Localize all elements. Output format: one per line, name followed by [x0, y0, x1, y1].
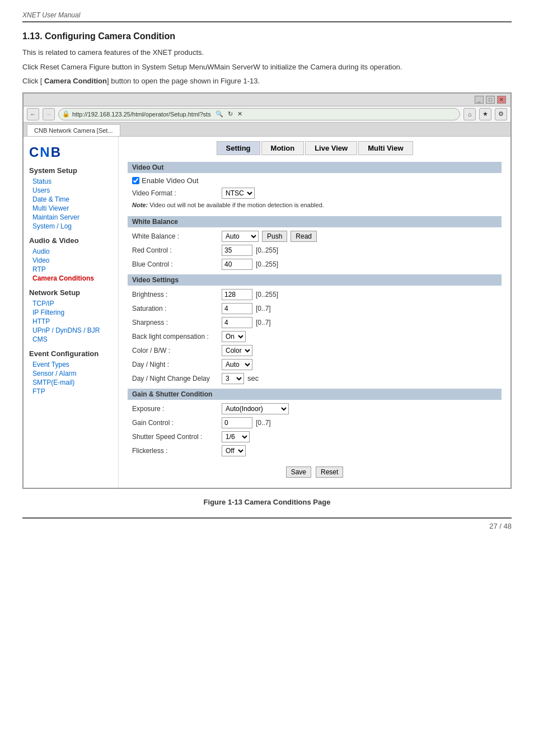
- backlight-row: Back light compensation : On Off: [128, 331, 502, 342]
- day-night-delay-control: 3 5 10 sec: [222, 373, 259, 384]
- home-icon[interactable]: ⌂: [463, 108, 476, 120]
- sidebar-item-rtp[interactable]: RTP: [29, 265, 113, 274]
- red-control-input[interactable]: [222, 245, 252, 256]
- tab-multi-view[interactable]: Multi View: [358, 141, 413, 155]
- search-icon: 🔍: [216, 110, 223, 118]
- sidebar-item-ip-filtering[interactable]: IP Filtering: [29, 308, 113, 317]
- saturation-row: Saturation : [0..7]: [128, 303, 502, 314]
- sharpness-input[interactable]: [222, 317, 252, 328]
- sidebar-item-maintain-server[interactable]: Maintain Server: [29, 213, 113, 222]
- section-white-balance: White Balance White Balance : Auto Manua…: [128, 216, 502, 270]
- red-control-label: Red Control :: [132, 246, 222, 254]
- sidebar-item-tcp-ip[interactable]: TCP/IP: [29, 299, 113, 308]
- enable-video-out-checkbox[interactable]: [132, 177, 139, 184]
- refresh-icon[interactable]: ↻: [228, 110, 233, 118]
- close-button[interactable]: ✕: [497, 96, 506, 104]
- day-night-control: Auto Day Night: [222, 359, 252, 370]
- address-bar[interactable]: http://192.168.123.25/html/operator/Setu…: [72, 111, 211, 118]
- flickerless-select[interactable]: Off On: [222, 445, 246, 456]
- exposure-row: Exposure : Auto(Indoor) Auto(Outdoor) Ma…: [128, 403, 502, 414]
- saturation-input[interactable]: [222, 303, 252, 314]
- gain-control-input[interactable]: [222, 417, 252, 428]
- tab-motion[interactable]: Motion: [261, 141, 305, 155]
- sidebar-item-date-time[interactable]: Date & Time: [29, 195, 113, 204]
- gain-control-label: Gain Control :: [132, 419, 222, 427]
- white-balance-read-button[interactable]: Read: [291, 231, 317, 242]
- flickerless-control: Off On: [222, 445, 246, 456]
- tab-live-view[interactable]: Live View: [305, 141, 357, 155]
- back-button[interactable]: ←: [27, 108, 39, 120]
- sidebar-section-network: Network Setup: [29, 288, 113, 297]
- day-night-label: Day / Night :: [132, 361, 222, 368]
- browser-titlebar: _ □ ✕: [24, 94, 510, 106]
- video-settings-header: Video Settings: [128, 274, 502, 286]
- exposure-label: Exposure :: [132, 405, 222, 413]
- color-bw-control: Color B/W: [222, 345, 252, 356]
- sidebar-section-system: System Setup: [29, 166, 113, 175]
- backlight-select[interactable]: On Off: [222, 331, 246, 342]
- color-bw-label: Color / B/W :: [132, 347, 222, 354]
- sidebar-item-http[interactable]: HTTP: [29, 317, 113, 326]
- section-desc-1: This is related to camera features of th…: [22, 47, 512, 58]
- page-number: 27 / 48: [489, 522, 512, 530]
- restore-button[interactable]: □: [486, 96, 495, 104]
- video-format-select[interactable]: NTSC PAL: [222, 188, 255, 199]
- section-desc-3: Click [ Camera Condition] button to open…: [22, 76, 512, 87]
- sidebar-item-smtp[interactable]: SMTP(E-mail): [29, 378, 113, 387]
- red-control-range: [0..255]: [256, 246, 278, 254]
- flickerless-label: Flickerless :: [132, 447, 222, 455]
- shutter-speed-label: Shutter Speed Control :: [132, 433, 222, 441]
- sidebar-item-ftp[interactable]: FTP: [29, 387, 113, 396]
- sharpness-range: [0..7]: [256, 319, 271, 326]
- day-night-delay-select[interactable]: 3 5 10: [222, 373, 244, 384]
- sidebar-item-upnp-dyndns[interactable]: UPnP / DynDNS / BJR: [29, 326, 113, 335]
- video-out-note: Note: Video out will not be available if…: [128, 202, 502, 212]
- sidebar-item-video[interactable]: Video: [29, 256, 113, 265]
- logo-n: N: [40, 144, 50, 160]
- sidebar-item-event-types[interactable]: Event Types: [29, 360, 113, 369]
- day-night-row: Day / Night : Auto Day Night: [128, 359, 502, 370]
- blue-control-input[interactable]: [222, 259, 252, 270]
- gain-control-control: [0..7]: [222, 417, 271, 428]
- sidebar-item-system-log[interactable]: System / Log: [29, 222, 113, 231]
- logo-b: B: [51, 144, 62, 160]
- sidebar-item-status[interactable]: Status: [29, 177, 113, 186]
- save-button[interactable]: Save: [286, 466, 311, 478]
- gain-control-row: Gain Control : [0..7]: [128, 417, 502, 428]
- sidebar-item-audio[interactable]: Audio: [29, 247, 113, 256]
- white-balance-push-button[interactable]: Push: [262, 231, 287, 242]
- minimize-button[interactable]: _: [475, 96, 484, 104]
- blue-control-control: [0..255]: [222, 259, 278, 270]
- saturation-range: [0..7]: [256, 305, 271, 312]
- white-balance-header: White Balance: [128, 216, 502, 227]
- day-night-delay-label: Day / Night Change Delay: [132, 375, 222, 382]
- white-balance-label: White Balance :: [132, 232, 222, 240]
- gain-shutter-header: Gain & Shutter Condition: [128, 389, 502, 400]
- star-icon[interactable]: ★: [479, 108, 491, 120]
- exposure-select[interactable]: Auto(Indoor) Auto(Outdoor) Manual: [222, 403, 289, 414]
- sidebar-item-multi-viewer[interactable]: Multi Viewer: [29, 204, 113, 213]
- browser-tab-active[interactable]: CNB Network Camera [Set...: [27, 124, 120, 136]
- day-night-select[interactable]: Auto Day Night: [222, 359, 252, 370]
- browser-controls[interactable]: _ □ ✕: [475, 96, 506, 104]
- backlight-label: Back light compensation :: [132, 333, 222, 340]
- settings-icon[interactable]: ⚙: [495, 108, 507, 120]
- white-balance-select[interactable]: Auto Manual: [222, 231, 259, 242]
- shutter-speed-select[interactable]: 1/6 1/12 1/25: [222, 431, 250, 442]
- color-bw-select[interactable]: Color B/W: [222, 345, 252, 356]
- sharpness-control: [0..7]: [222, 317, 271, 328]
- sidebar-item-camera-conditions[interactable]: Camera Conditions: [29, 274, 113, 283]
- sidebar-item-sensor-alarm[interactable]: Sensor / Alarm: [29, 369, 113, 378]
- save-reset-row: Save Reset: [128, 461, 502, 483]
- browser-toolbar: ← → 🔒 http://192.168.123.25/html/operato…: [24, 106, 510, 123]
- saturation-control: [0..7]: [222, 303, 271, 314]
- sidebar-item-cms[interactable]: CMS: [29, 335, 113, 344]
- sidebar-item-users[interactable]: Users: [29, 186, 113, 195]
- brightness-row: Brightness : [0..255]: [128, 289, 502, 300]
- reset-button[interactable]: Reset: [316, 466, 343, 478]
- close-address-icon[interactable]: ✕: [237, 110, 242, 118]
- forward-button[interactable]: →: [43, 108, 55, 120]
- tab-setting[interactable]: Setting: [217, 141, 260, 155]
- brightness-input[interactable]: [222, 289, 252, 300]
- section-title: 1.13. Configuring Camera Condition: [22, 31, 512, 41]
